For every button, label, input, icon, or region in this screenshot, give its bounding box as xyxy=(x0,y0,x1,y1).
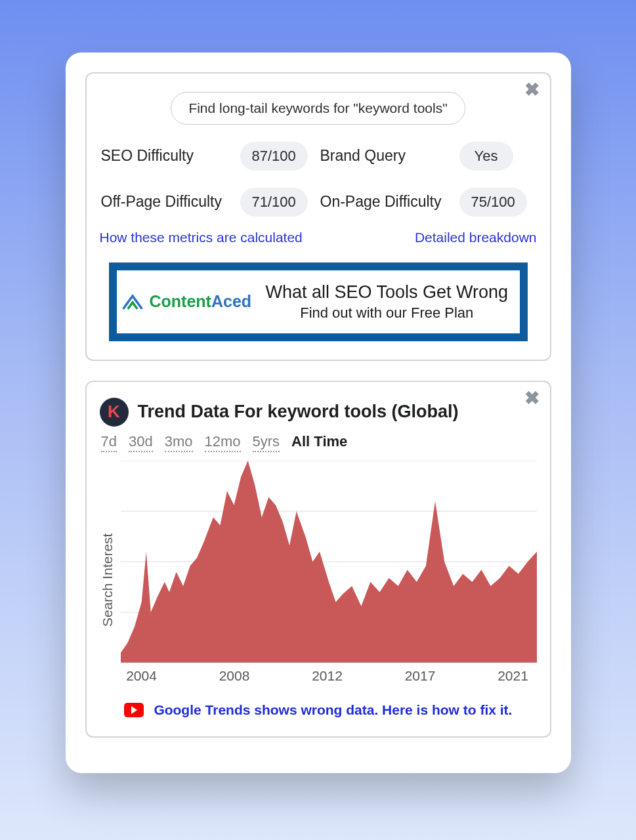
x-tick: 2004 xyxy=(123,668,160,684)
metric-label: SEO Difficulty xyxy=(101,147,232,165)
chart: Search Interest xyxy=(100,461,537,663)
trend-card: ✖ K Trend Data For keyword tools (Global… xyxy=(85,381,551,738)
range-tab-30d[interactable]: 30d xyxy=(129,433,153,452)
range-tab-alltime[interactable]: All Time xyxy=(291,433,347,451)
google-trends-fix-link[interactable]: Google Trends shows wrong data. Here is … xyxy=(154,702,512,717)
youtube-icon xyxy=(124,703,144,717)
ad-subline: Find out with our Free Plan xyxy=(263,304,510,322)
range-tab-7d[interactable]: 7d xyxy=(101,433,117,452)
metric-links: How these metrics are calculated Detaile… xyxy=(100,230,537,245)
metric-label: Brand Query xyxy=(320,147,452,165)
brand-badge-icon: K xyxy=(100,398,129,427)
metric-value: 71/100 xyxy=(240,188,308,217)
metric-value: 75/100 xyxy=(459,188,527,217)
metric-label: On-Page Difficulty xyxy=(320,193,452,211)
metric-label: Off-Page Difficulty xyxy=(101,193,232,211)
find-keywords-button[interactable]: Find long-tail keywords for "keyword too… xyxy=(171,92,465,125)
metrics-grid: SEO Difficulty 87/100 Brand Query Yes Of… xyxy=(101,142,536,217)
ad-banner[interactable]: ContentAced What all SEO Tools Get Wrong… xyxy=(109,262,528,341)
ad-logo: ContentAced xyxy=(121,292,252,312)
metric-value: Yes xyxy=(459,142,513,171)
x-axis-ticks: 20042008201220172021 xyxy=(123,668,532,684)
range-tab-12mo[interactable]: 12mo xyxy=(205,433,241,452)
contentaced-icon xyxy=(121,292,144,312)
range-tab-5yrs[interactable]: 5yrs xyxy=(253,433,280,452)
x-tick: 2021 xyxy=(495,668,532,684)
close-icon[interactable]: ✖ xyxy=(524,390,541,407)
metric-value: 87/100 xyxy=(240,142,308,171)
close-icon[interactable]: ✖ xyxy=(524,81,541,98)
chart-plot xyxy=(121,461,537,663)
trend-header: K Trend Data For keyword tools (Global) xyxy=(100,398,537,427)
trend-title: Trend Data For keyword tools (Global) xyxy=(138,402,459,422)
how-calculated-link[interactable]: How these metrics are calculated xyxy=(100,230,303,245)
metrics-card: ✖ Find long-tail keywords for "keyword t… xyxy=(85,72,551,361)
app-frame: ✖ Find long-tail keywords for "keyword t… xyxy=(66,52,571,773)
range-tab-3mo[interactable]: 3mo xyxy=(165,433,193,452)
time-range-tabs: 7d30d3mo12mo5yrsAll Time xyxy=(101,433,537,450)
ad-copy: What all SEO Tools Get Wrong Find out wi… xyxy=(263,282,510,322)
x-tick: 2012 xyxy=(309,668,346,684)
x-tick: 2017 xyxy=(402,668,438,684)
detailed-breakdown-link[interactable]: Detailed breakdown xyxy=(415,230,537,245)
ad-headline: What all SEO Tools Get Wrong xyxy=(263,282,510,303)
x-tick: 2008 xyxy=(216,668,253,684)
y-axis-label: Search Interest xyxy=(100,461,116,663)
trend-footer: Google Trends shows wrong data. Here is … xyxy=(100,702,537,718)
